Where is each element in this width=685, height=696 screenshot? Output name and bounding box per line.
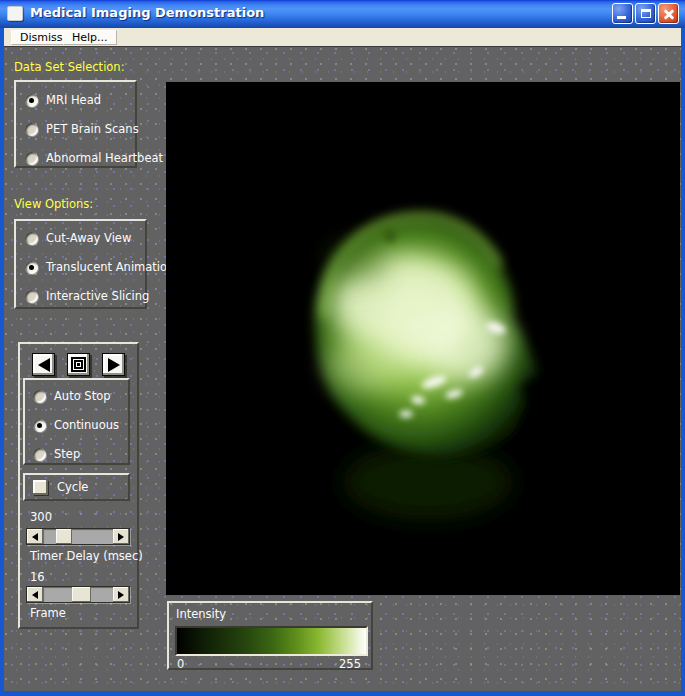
view-options-group: Cut-Away View Translucent Animation Inte… [14,219,147,309]
maximize-button[interactable] [635,3,656,24]
right-triangle-icon [108,358,120,372]
maximize-icon [641,9,651,18]
stop-button[interactable] [67,353,90,376]
radio-button[interactable] [25,261,38,274]
slider-trough[interactable] [43,587,113,602]
playback-panel: Auto Stop Continuous Step Cycle 300 [18,342,139,629]
right-arrow-icon [118,591,128,599]
radio-button[interactable] [25,123,38,136]
radio-continuous[interactable]: Continuous [33,418,128,432]
cycle-group: Cycle [23,473,130,501]
view-options-heading: View Options: [14,197,93,211]
step-back-button[interactable] [32,353,55,376]
radio-button[interactable] [33,419,46,432]
radio-button[interactable] [33,390,46,403]
radio-button[interactable] [33,448,46,461]
timer-delay-slider[interactable] [26,528,130,545]
render-viewport[interactable] [166,82,680,595]
frame-label: Frame [30,606,66,620]
intensity-panel: Intensity 0 255 [167,601,373,670]
radio-abnormal-heartbeat[interactable]: Abnormal Heartbeat [25,151,135,165]
timer-delay-label: Timer Delay (msec) [30,549,143,563]
minimize-button[interactable] [612,3,633,24]
app-window: Medical Imaging Demonstration Dismiss He… [0,0,685,696]
main-content: Data Set Selection: MRI Head PET Brain S… [4,47,681,691]
radio-pet-brain-scans[interactable]: PET Brain Scans [25,122,135,136]
radio-cut-away-view[interactable]: Cut-Away View [25,231,145,245]
radio-interactive-slicing[interactable]: Interactive Slicing [25,289,145,303]
radio-mri-head[interactable]: MRI Head [25,93,135,107]
minimize-icon [617,16,626,19]
volume-render-head [166,82,680,595]
radio-button[interactable] [25,232,38,245]
frame-value: 16 [30,570,45,584]
timer-delay-value: 300 [30,510,52,524]
intensity-heading: Intensity [176,607,226,621]
cycle-checkbox[interactable] [33,480,48,495]
app-icon [7,6,23,21]
intensity-max-label: 255 [339,657,361,671]
left-triangle-icon [38,358,50,372]
data-set-group: MRI Head PET Brain Scans Abnormal Heartb… [14,80,137,168]
radio-auto-stop[interactable]: Auto Stop [33,389,128,403]
menu-bar: Dismiss Help... [4,28,681,47]
menu-item-help[interactable]: Help... [63,30,117,45]
slider-right-arrow[interactable] [113,587,129,602]
radio-button[interactable] [25,290,38,303]
step-forward-button[interactable] [102,353,125,376]
data-set-heading: Data Set Selection: [14,60,125,74]
close-button[interactable] [658,3,679,24]
slider-trough[interactable] [43,529,113,544]
radio-translucent-animation[interactable]: Translucent Animation [25,260,145,274]
frame-slider[interactable] [26,586,130,603]
radio-step[interactable]: Step [33,447,128,461]
radio-button[interactable] [25,152,38,165]
slider-thumb[interactable] [56,529,73,544]
slider-right-arrow[interactable] [113,529,129,544]
left-arrow-icon [28,533,38,541]
left-arrow-icon [28,591,38,599]
slider-thumb[interactable] [72,587,91,602]
window-title: Medical Imaging Demonstration [30,5,264,20]
title-bar[interactable]: Medical Imaging Demonstration [0,0,685,28]
radio-button[interactable] [25,94,38,107]
stop-icon [71,357,86,372]
intensity-colorbar [177,628,366,654]
right-arrow-icon [118,533,128,541]
playback-mode-group: Auto Stop Continuous Step [23,378,130,465]
slider-left-arrow[interactable] [27,587,43,602]
intensity-colorbar-frame [175,626,368,656]
slider-left-arrow[interactable] [27,529,43,544]
intensity-min-label: 0 [177,657,184,671]
